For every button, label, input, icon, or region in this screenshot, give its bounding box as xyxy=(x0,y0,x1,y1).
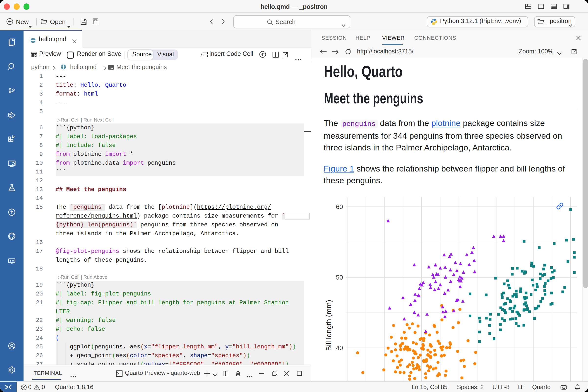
svg-text:50: 50 xyxy=(336,274,343,281)
svg-text:Bill length (mm): Bill length (mm) xyxy=(324,300,332,351)
svg-text:60: 60 xyxy=(336,203,343,210)
svg-text:40: 40 xyxy=(336,344,343,352)
